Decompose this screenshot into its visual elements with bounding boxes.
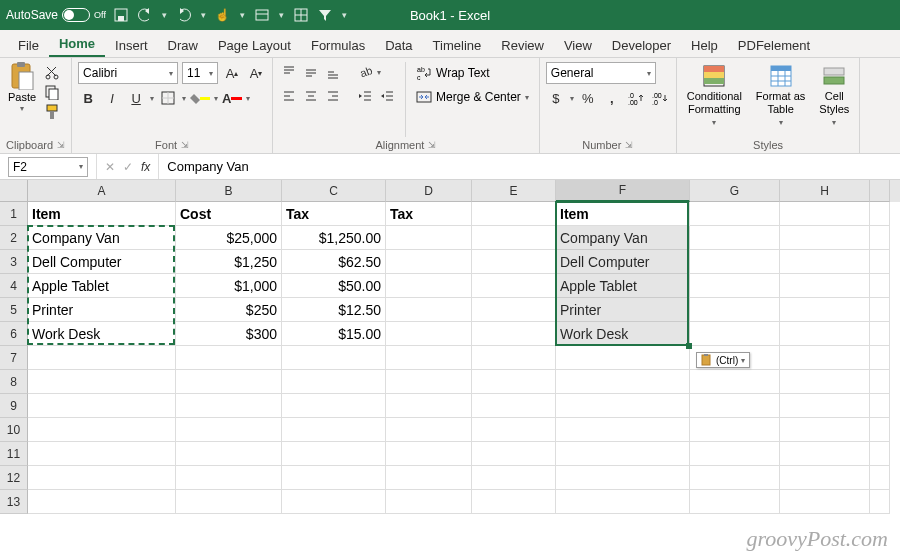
accounting-format-icon[interactable]: $ <box>546 88 566 108</box>
cell[interactable] <box>556 394 690 418</box>
select-all-corner[interactable] <box>0 180 28 202</box>
align-top-icon[interactable] <box>279 62 299 82</box>
align-center-icon[interactable] <box>301 86 321 106</box>
cell[interactable] <box>282 394 386 418</box>
cell[interactable] <box>472 298 556 322</box>
cell[interactable]: Item <box>28 202 176 226</box>
cell[interactable] <box>690 418 780 442</box>
cell[interactable] <box>28 490 176 514</box>
cell[interactable]: $300 <box>176 322 282 346</box>
cell[interactable] <box>690 250 780 274</box>
autosave-toggle[interactable]: AutoSave Off <box>6 8 106 22</box>
cell[interactable] <box>28 466 176 490</box>
tab-data[interactable]: Data <box>375 34 422 57</box>
cell[interactable] <box>690 202 780 226</box>
cell[interactable] <box>472 202 556 226</box>
cell[interactable] <box>690 442 780 466</box>
tab-review[interactable]: Review <box>491 34 554 57</box>
cell[interactable] <box>472 226 556 250</box>
cell[interactable]: Tax <box>282 202 386 226</box>
cells-area[interactable]: Item Cost Tax Tax Item Company Van $25,0… <box>28 202 900 514</box>
cell[interactable] <box>282 418 386 442</box>
border-icon[interactable] <box>158 88 178 108</box>
col-header[interactable]: F <box>556 180 690 202</box>
italic-button[interactable]: I <box>102 88 122 108</box>
tab-timeline[interactable]: Timeline <box>423 34 492 57</box>
cell[interactable]: $250 <box>176 298 282 322</box>
cell[interactable] <box>780 442 870 466</box>
cell[interactable]: $62.50 <box>282 250 386 274</box>
dialog-launcher-icon[interactable]: ⇲ <box>181 140 189 150</box>
redo-icon[interactable] <box>177 8 191 22</box>
cell[interactable] <box>176 418 282 442</box>
formula-input[interactable]: Company Van <box>159 159 900 174</box>
cell[interactable] <box>556 490 690 514</box>
cell[interactable]: $25,000 <box>176 226 282 250</box>
cell[interactable] <box>870 466 890 490</box>
cell[interactable]: Dell Computer <box>28 250 176 274</box>
cell[interactable]: $1,250.00 <box>282 226 386 250</box>
cell[interactable]: Tax <box>386 202 472 226</box>
cell[interactable] <box>386 298 472 322</box>
cell[interactable] <box>386 442 472 466</box>
cell[interactable] <box>176 442 282 466</box>
cell[interactable] <box>472 274 556 298</box>
dialog-launcher-icon[interactable]: ⇲ <box>57 140 65 150</box>
cell[interactable] <box>780 274 870 298</box>
conditional-formatting-button[interactable]: Conditional Formatting▾ <box>683 62 746 137</box>
tab-home[interactable]: Home <box>49 32 105 57</box>
cell[interactable] <box>870 202 890 226</box>
cell[interactable] <box>386 322 472 346</box>
cell[interactable] <box>386 346 472 370</box>
decrease-decimal-icon[interactable]: .00.0 <box>650 88 670 108</box>
cell[interactable] <box>176 466 282 490</box>
cell[interactable] <box>780 346 870 370</box>
tab-pdfelement[interactable]: PDFelement <box>728 34 820 57</box>
number-format-select[interactable]: General▾ <box>546 62 656 84</box>
cell[interactable] <box>282 442 386 466</box>
cell[interactable]: Work Desk <box>28 322 176 346</box>
cell[interactable] <box>472 250 556 274</box>
cell[interactable] <box>556 466 690 490</box>
cell[interactable] <box>690 274 780 298</box>
percent-format-icon[interactable]: % <box>578 88 598 108</box>
cell[interactable] <box>690 226 780 250</box>
cell-styles-button[interactable]: Cell Styles▾ <box>815 62 853 137</box>
cell[interactable] <box>176 346 282 370</box>
increase-decimal-icon[interactable]: .0.00 <box>626 88 646 108</box>
tab-page-layout[interactable]: Page Layout <box>208 34 301 57</box>
cancel-icon[interactable]: ✕ <box>105 160 115 174</box>
row-header[interactable]: 1 <box>0 202 28 226</box>
cell[interactable] <box>690 370 780 394</box>
cell[interactable] <box>386 418 472 442</box>
cell[interactable] <box>28 394 176 418</box>
cell[interactable] <box>780 298 870 322</box>
decrease-font-icon[interactable]: A▾ <box>246 63 266 83</box>
row-header[interactable]: 11 <box>0 442 28 466</box>
font-name-select[interactable]: Calibri▾ <box>78 62 178 84</box>
row-header[interactable]: 9 <box>0 394 28 418</box>
cell[interactable] <box>176 370 282 394</box>
cell[interactable] <box>780 202 870 226</box>
align-bottom-icon[interactable] <box>323 62 343 82</box>
tab-formulas[interactable]: Formulas <box>301 34 375 57</box>
tab-file[interactable]: File <box>8 34 49 57</box>
row-header[interactable]: 8 <box>0 370 28 394</box>
format-as-table-button[interactable]: Format as Table▾ <box>752 62 810 137</box>
cell[interactable] <box>386 274 472 298</box>
cell[interactable] <box>472 442 556 466</box>
cell[interactable]: Apple Tablet <box>556 274 690 298</box>
underline-button[interactable]: U <box>126 88 146 108</box>
cell[interactable] <box>780 490 870 514</box>
tab-help[interactable]: Help <box>681 34 728 57</box>
cell[interactable] <box>176 394 282 418</box>
cell[interactable] <box>386 226 472 250</box>
undo-icon[interactable] <box>138 8 152 22</box>
col-header[interactable]: H <box>780 180 870 202</box>
dialog-launcher-icon[interactable]: ⇲ <box>625 140 633 150</box>
row-header[interactable]: 2 <box>0 226 28 250</box>
cell[interactable] <box>780 226 870 250</box>
cell[interactable]: Cost <box>176 202 282 226</box>
cell[interactable] <box>282 466 386 490</box>
format-painter-icon[interactable] <box>44 104 60 120</box>
